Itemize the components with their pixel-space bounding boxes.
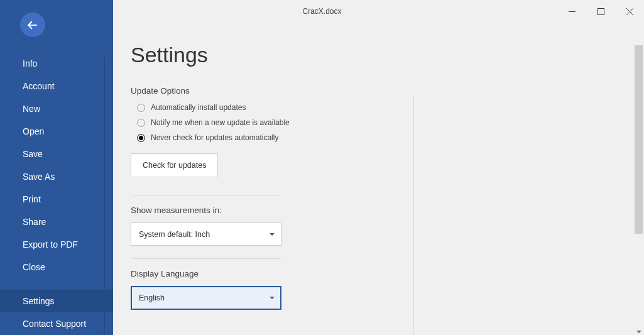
sidebar-item-label: Contact Support (23, 319, 86, 329)
sidebar-item-label: Open (23, 126, 44, 136)
scrollbar-thumb[interactable] (635, 45, 643, 234)
sidebar-item-share[interactable]: Share (0, 211, 113, 233)
sidebar-item-label: Save As (23, 172, 55, 182)
sidebar-item-export-pdf[interactable]: Export to PDF (0, 233, 113, 256)
sidebar-item-print[interactable]: Print (0, 188, 113, 211)
window-controls (557, 0, 644, 23)
dropdown-value: English (139, 294, 165, 302)
scrollbar[interactable] (633, 45, 644, 335)
sidebar-item-contact-support[interactable]: Contact Support (0, 312, 113, 335)
scrollbar-down-button[interactable] (633, 331, 644, 333)
window-title: CracX.docx (0, 7, 644, 16)
language-section: Display Language English (131, 269, 300, 310)
sidebar-item-account[interactable]: Account (0, 75, 113, 97)
measurements-dropdown[interactable]: System default: Inch (131, 222, 281, 246)
language-dropdown[interactable]: English (131, 286, 281, 310)
body: Info Account New Open Save Save As Print… (0, 0, 644, 335)
maximize-button[interactable] (586, 2, 615, 21)
close-button[interactable] (615, 2, 644, 21)
dropdown-value: System default: Inch (139, 230, 210, 239)
content-area: Settings Update Options Automatically in… (113, 0, 644, 335)
sidebar-item-new[interactable]: New (0, 97, 113, 120)
minimize-icon (569, 8, 576, 15)
radio-icon (137, 104, 145, 112)
sidebar-item-label: Export to PDF (23, 239, 78, 250)
divider (131, 195, 281, 195)
sidebar-item-label: Save (23, 149, 43, 159)
sidebar-item-label: Account (23, 81, 55, 91)
sidebar-item-info[interactable]: Info (0, 52, 113, 75)
sidebar-item-save-as[interactable]: Save As (0, 165, 113, 188)
divider (131, 258, 281, 259)
radio-icon (137, 119, 145, 127)
nav-separator (0, 278, 113, 290)
radio-label: Notify me when a new update is available (151, 118, 290, 127)
sidebar-item-settings[interactable]: Settings (0, 290, 113, 312)
settings-column: Update Options Automatically install upd… (131, 86, 300, 310)
section-heading-update: Update Options (131, 86, 300, 96)
measurements-section: Show measurements in: System default: In… (131, 206, 300, 246)
section-heading-measurements: Show measurements in: (131, 206, 300, 215)
app-window: CracX.docx Info Account (0, 0, 644, 335)
sidebar-item-label: Info (23, 58, 37, 69)
radio-never-check[interactable]: Never check for updates automatically (137, 133, 300, 142)
sidebar-item-save[interactable]: Save (0, 143, 113, 165)
radio-label: Never check for updates automatically (151, 133, 278, 142)
radio-label: Automatically install updates (151, 103, 246, 112)
chevron-down-icon (270, 297, 275, 299)
close-icon (626, 8, 633, 15)
sidebar-item-label: Share (23, 217, 46, 227)
sidebar-item-close[interactable]: Close (0, 256, 113, 278)
chevron-down-icon (270, 233, 275, 236)
sidebar-item-open[interactable]: Open (0, 120, 113, 143)
minimize-button[interactable] (557, 2, 586, 21)
sidebar-item-label: Settings (23, 296, 55, 306)
nav-list: Info Account New Open Save Save As Print… (0, 52, 113, 335)
sidebar-scroll-indicator (104, 57, 105, 335)
sidebar: Info Account New Open Save Save As Print… (0, 0, 113, 335)
sidebar-item-label: Print (23, 194, 41, 204)
sidebar-item-label: New (23, 104, 40, 114)
radio-dot-icon (139, 136, 143, 140)
section-heading-language: Display Language (131, 269, 300, 278)
check-for-updates-button[interactable]: Check for updates (131, 153, 218, 177)
svg-rect-1 (598, 8, 604, 14)
radio-notify[interactable]: Notify me when a new update is available (137, 118, 300, 127)
titlebar: CracX.docx (0, 0, 644, 23)
update-options-section: Update Options Automatically install upd… (131, 86, 300, 177)
sidebar-item-label: Close (23, 262, 45, 272)
content-scroll: Settings Update Options Automatically in… (113, 0, 644, 335)
chevron-down-icon (636, 331, 641, 333)
page-title: Settings (131, 43, 621, 67)
radio-icon (137, 134, 145, 142)
vertical-divider (413, 96, 414, 334)
radio-auto-install[interactable]: Automatically install updates (137, 103, 300, 112)
maximize-icon (598, 8, 604, 15)
